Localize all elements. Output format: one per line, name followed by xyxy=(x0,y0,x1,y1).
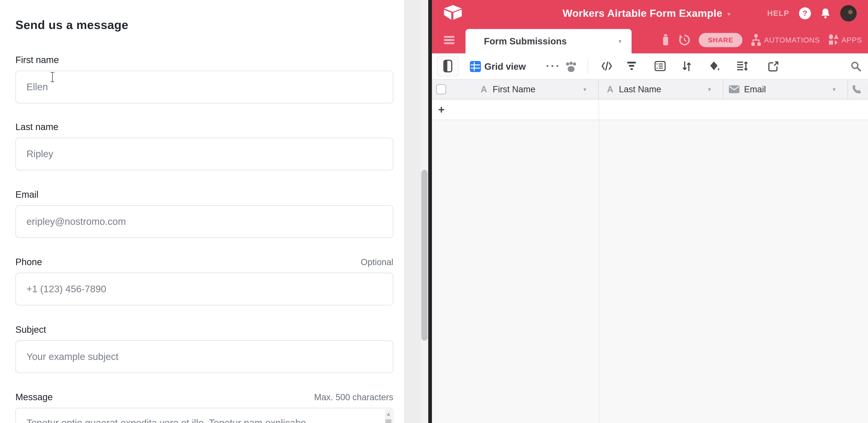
history-icon[interactable] xyxy=(679,34,690,46)
view-toolbar: Grid view ••• xyxy=(432,53,868,80)
first-name-label: First name xyxy=(16,55,59,65)
email-field-type-icon xyxy=(729,85,739,93)
email-field-group: Email xyxy=(16,189,393,238)
first-name-input[interactable] xyxy=(16,71,393,103)
frozen-column-divider xyxy=(599,120,599,423)
message-scrollbar[interactable]: ▲ xyxy=(385,409,392,423)
notifications-bell-icon[interactable] xyxy=(820,8,830,19)
phone-field-group: Phone Optional xyxy=(16,257,393,305)
share-button[interactable]: SHARE xyxy=(699,33,742,47)
email-label: Email xyxy=(16,189,38,200)
topbar-right-cluster: HELP ? xyxy=(767,0,857,27)
sidebar-toggle-icon xyxy=(443,60,453,72)
collaborators-icon[interactable] xyxy=(565,62,577,72)
column-header-first-name[interactable]: A First Name ▾ xyxy=(432,80,599,99)
subject-input[interactable] xyxy=(16,340,393,373)
help-question-icon[interactable]: ? xyxy=(799,7,811,19)
phone-label: Phone xyxy=(16,257,42,267)
view-name-label[interactable]: Grid view xyxy=(484,53,526,80)
automations-button[interactable]: AUTOMATIONS xyxy=(751,34,820,46)
share-view-icon[interactable] xyxy=(768,61,779,71)
add-record-row[interactable]: + xyxy=(432,99,868,120)
row-height-icon[interactable] xyxy=(737,61,748,71)
add-record-plus-icon[interactable]: + xyxy=(438,103,444,116)
column-dropdown-caret-icon[interactable]: ▾ xyxy=(708,86,711,93)
column-header-email[interactable]: Email ▾ xyxy=(723,80,848,99)
page-gutter xyxy=(404,0,421,423)
message-scrollbar-thumb[interactable] xyxy=(385,419,392,423)
automations-label: AUTOMATIONS xyxy=(764,36,820,44)
form-title: Send us a message xyxy=(16,18,128,32)
text-field-type-icon: A xyxy=(607,85,613,94)
sort-icon[interactable] xyxy=(682,61,691,71)
browser-scrollbar-thumb[interactable] xyxy=(421,170,428,341)
filter-icon[interactable] xyxy=(627,61,637,71)
email-input[interactable] xyxy=(16,205,393,238)
automations-icon xyxy=(751,34,761,46)
base-title-menu[interactable]: Workers Airtable Form Example ▾ xyxy=(563,0,731,27)
last-name-input[interactable] xyxy=(16,138,393,170)
text-cursor-icon xyxy=(50,72,55,82)
tables-menu-icon[interactable] xyxy=(444,36,455,44)
search-icon[interactable] xyxy=(850,61,861,71)
phone-field-type-icon xyxy=(852,85,861,94)
airtable-topbar: Workers Airtable Form Example ▾ HELP ? xyxy=(432,0,868,27)
apps-label: APPS xyxy=(842,36,862,44)
message-textarea[interactable]: Tenetur optio quaerat expedita vero et i… xyxy=(16,408,393,423)
airtable-window: Workers Airtable Form Example ▾ HELP ? F… xyxy=(432,0,868,423)
message-placeholder-text: Tenetur optio quaerat expedita vero et i… xyxy=(26,418,306,423)
phone-input[interactable] xyxy=(16,273,393,305)
apps-icon xyxy=(829,34,839,46)
airtable-tabbar: Form Submissions ▾ SHARE AUT xyxy=(432,27,868,53)
tabbar-actions: SHARE AUTOMATIONS APPS xyxy=(661,27,862,53)
toolbar-divider xyxy=(588,59,588,73)
user-avatar[interactable] xyxy=(840,5,857,22)
trash-icon[interactable] xyxy=(661,34,670,46)
contact-form-window: Send us a message First name Last name E… xyxy=(0,0,404,423)
tab-form-submissions-label: Form Submissions xyxy=(484,29,567,53)
first-name-field-group: First name xyxy=(16,55,393,103)
phone-optional-hint: Optional xyxy=(361,257,393,267)
column-dropdown-caret-icon[interactable]: ▾ xyxy=(833,86,836,93)
column-header-last-name[interactable]: A Last Name ▾ xyxy=(599,80,723,99)
airtable-logo-icon[interactable] xyxy=(444,5,462,20)
frozen-column-divider xyxy=(599,99,599,120)
window-divider xyxy=(428,0,432,423)
message-field-group: Message Max. 500 characters Tenetur opti… xyxy=(16,392,393,423)
base-title-caret-icon: ▾ xyxy=(727,9,731,18)
column-name: First Name xyxy=(493,85,535,94)
column-header-phone[interactable]: Phone xyxy=(848,80,868,99)
apps-button[interactable]: APPS xyxy=(829,34,862,46)
grid-view-icon[interactable] xyxy=(470,61,481,72)
hide-fields-icon[interactable] xyxy=(601,61,612,71)
column-name: Last Name xyxy=(619,85,661,94)
last-name-field-group: Last name xyxy=(16,122,393,170)
scroll-up-arrow-icon[interactable]: ▲ xyxy=(385,412,392,416)
subject-label: Subject xyxy=(16,325,46,335)
last-name-label: Last name xyxy=(16,122,58,132)
help-button[interactable]: HELP xyxy=(767,9,789,18)
message-label: Message xyxy=(16,392,53,402)
view-options-ellipsis-icon[interactable]: ••• xyxy=(546,53,560,79)
text-field-type-icon: A xyxy=(481,85,487,94)
column-dropdown-caret-icon[interactable]: ▾ xyxy=(583,86,586,93)
message-maxlength-hint: Max. 500 characters xyxy=(314,392,393,402)
table-header-row: A First Name ▾ A Last Name ▾ Email ▾ Pho… xyxy=(432,80,868,99)
select-all-checkbox[interactable] xyxy=(436,84,446,94)
color-icon[interactable] xyxy=(709,61,720,71)
subject-field-group: Subject xyxy=(16,325,393,373)
tab-form-submissions[interactable]: Form Submissions ▾ xyxy=(466,29,631,53)
base-title: Workers Airtable Form Example xyxy=(563,7,722,19)
group-icon[interactable] xyxy=(655,61,665,71)
column-name: Email xyxy=(744,85,766,94)
view-sidebar-toggle-button[interactable] xyxy=(437,56,459,76)
tab-caret-icon[interactable]: ▾ xyxy=(618,38,621,44)
